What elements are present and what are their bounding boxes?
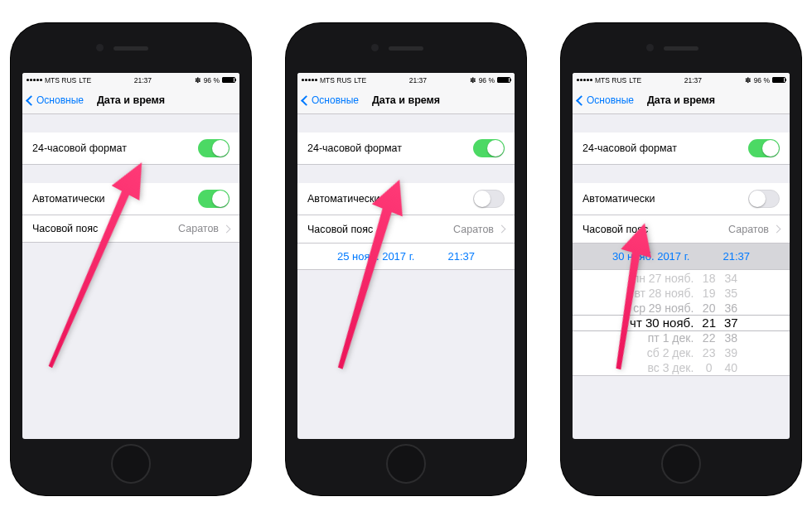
bluetooth-icon: ✽ xyxy=(195,76,201,84)
picker-hour-column[interactable]: 1819202122230 xyxy=(702,270,716,375)
page-title: Дата и время xyxy=(573,94,790,106)
network: LTE xyxy=(79,76,91,84)
network: LTE xyxy=(354,76,366,84)
screen: MTS RUS LTE 21:37 ✽ 96 % Основные Дата и… xyxy=(22,73,239,439)
toggle-24h[interactable] xyxy=(198,139,230,157)
toggle-auto[interactable] xyxy=(473,190,505,208)
battery-icon xyxy=(222,77,235,83)
signal-icon xyxy=(27,79,42,81)
carrier: MTS RUS xyxy=(595,76,626,84)
chevron-right-icon xyxy=(223,224,231,233)
signal-icon xyxy=(302,79,317,81)
row-label: 24-часовой формат xyxy=(32,142,127,154)
phone-2: MTS RUS LTE 21:37 ✽ 96 % Основные Дата и… xyxy=(286,23,526,495)
battery-pct: 96 % xyxy=(204,76,220,84)
group-1: 24-часовой формат xyxy=(297,133,515,165)
time-value: 21:37 xyxy=(447,250,475,263)
toggle-auto[interactable] xyxy=(748,190,780,208)
phone-1: MTS RUS LTE 21:37 ✽ 96 % Основные Дата и… xyxy=(11,23,251,495)
tz-value: Саратов xyxy=(178,223,219,234)
chevron-right-icon xyxy=(773,225,781,234)
signal-icon xyxy=(577,79,592,81)
chevron-right-icon xyxy=(498,225,506,234)
row-auto[interactable]: Автоматически xyxy=(573,183,790,215)
phone-camera xyxy=(646,44,654,51)
page-title: Дата и время xyxy=(297,94,515,106)
nav-bar: Основные Дата и время xyxy=(22,87,239,114)
row-datetime[interactable]: 30 нояб. 2017 г. 21:37 xyxy=(573,243,790,270)
battery-icon xyxy=(497,77,510,83)
row-label: 24-часовой формат xyxy=(307,142,402,154)
tz-value: Саратов xyxy=(728,224,769,235)
clock: 21:37 xyxy=(641,76,744,84)
bluetooth-icon: ✽ xyxy=(470,76,476,84)
nav-bar: Основные Дата и время xyxy=(573,87,790,114)
row-label: Автоматически xyxy=(582,193,655,205)
time-value: 21:37 xyxy=(723,250,750,263)
toggle-24h[interactable] xyxy=(748,139,780,157)
status-bar: MTS RUS LTE 21:37 ✽ 96 % xyxy=(297,73,515,87)
nav-bar: Основные Дата и время xyxy=(297,87,515,114)
phone-camera xyxy=(96,44,104,51)
row-tz[interactable]: Часовой пояс Саратов xyxy=(573,215,790,243)
battery-pct: 96 % xyxy=(479,76,495,84)
row-label: 24-часовой формат xyxy=(582,142,677,154)
row-24h[interactable]: 24-часовой формат xyxy=(573,133,790,165)
clock: 21:37 xyxy=(91,76,194,84)
picker-min-column[interactable]: 34353637383940 xyxy=(724,270,738,375)
screen: MTS RUS LTE 21:37 ✽ 96 % Основные Дата и… xyxy=(573,73,790,439)
row-datetime[interactable]: 25 нояб. 2017 г. 21:37 xyxy=(297,243,515,270)
group-1: 24-часовой формат xyxy=(573,133,790,165)
carrier: MTS RUS xyxy=(320,76,351,84)
network: LTE xyxy=(629,76,641,84)
screen: MTS RUS LTE 21:37 ✽ 96 % Основные Дата и… xyxy=(297,73,515,439)
carrier: MTS RUS xyxy=(45,76,76,84)
tz-value: Саратов xyxy=(453,224,494,235)
toggle-auto[interactable] xyxy=(198,190,230,208)
status-bar: MTS RUS LTE 21:37 ✽ 96 % xyxy=(22,73,239,87)
clock: 21:37 xyxy=(366,76,469,84)
battery-pct: 96 % xyxy=(754,76,770,84)
page-title: Дата и время xyxy=(22,94,239,106)
row-24h[interactable]: 24-часовой формат xyxy=(297,133,515,165)
phone-3: MTS RUS LTE 21:37 ✽ 96 % Основные Дата и… xyxy=(561,23,801,495)
phone-camera xyxy=(371,44,379,51)
battery-icon xyxy=(772,77,785,83)
bluetooth-icon: ✽ xyxy=(745,76,752,84)
toggle-24h[interactable] xyxy=(473,139,505,157)
status-bar: MTS RUS LTE 21:37 ✽ 96 % xyxy=(573,73,790,87)
